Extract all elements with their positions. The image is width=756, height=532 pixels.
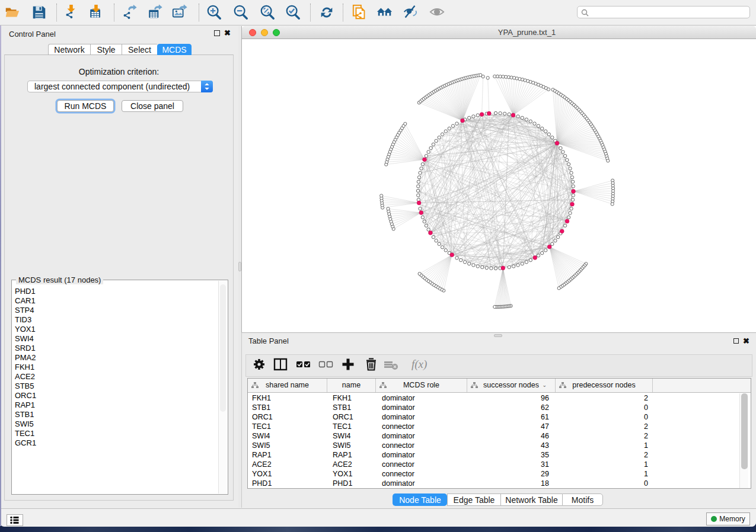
svg-text:f(x): f(x) [412, 358, 427, 371]
